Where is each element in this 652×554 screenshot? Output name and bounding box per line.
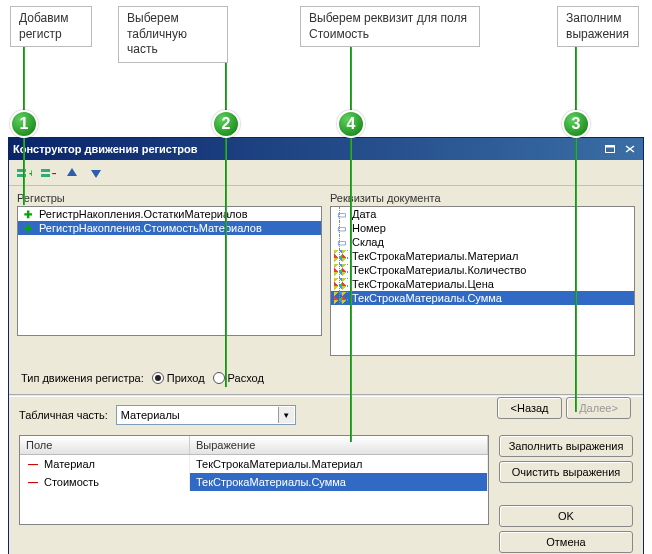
grid-expr: ТекСтрокаМатериалы.Сумма [196,476,346,488]
plus-register-icon: ✚ [21,222,35,234]
clear-expressions-button[interactable]: Очистить выражения [499,461,633,483]
register-item-label: РегистрНакопления.ОстаткиМатериалов [39,208,248,220]
requisite-item-label: ТекСтрокаМатериалы.Сумма [352,292,502,304]
multi-field-icon [334,264,348,276]
svg-rect-7 [41,169,50,172]
tabular-combo[interactable]: Материалы ▼ [116,405,296,425]
badge-2: 2 [212,110,240,138]
move-up-icon[interactable] [63,164,81,182]
ok-label: OK [558,510,574,522]
radio-expense[interactable]: Расход [213,372,264,384]
callout-line-3 [575,42,577,412]
requisite-item[interactable]: ▭Дата [331,207,634,221]
move-down-icon[interactable] [87,164,105,182]
back-button[interactable]: <Назад [497,397,562,419]
svg-text:−: − [52,168,56,179]
movement-type-label: Тип движения регистра: [21,372,144,384]
requisite-item-label: ТекСтрокаМатериалы.Количество [352,264,526,276]
callout-line-4 [350,42,352,442]
multi-field-icon [334,278,348,290]
toolbar: + − [9,160,643,186]
titlebar: Конструктор движения регистров [9,138,643,160]
field-icon: ▭ [334,208,348,220]
close-button[interactable] [621,141,639,157]
minus-icon: — [26,458,40,470]
fill-label: Заполнить выражения [509,440,624,452]
multi-field-icon [334,250,348,262]
back-button-label: <Назад [511,402,549,414]
radio-icon [213,372,225,384]
register-item[interactable]: ✚ РегистрНакопления.СтоимостьМатериалов [18,221,321,235]
requisite-item-label: Дата [352,208,376,220]
radio-income[interactable]: Приход [152,372,205,384]
maximize-button[interactable] [601,141,619,157]
clear-label: Очистить выражения [512,466,621,478]
window-title: Конструктор движения регистров [13,143,198,155]
close-icon [625,145,635,153]
minus-icon: — [26,476,40,488]
expression-grid[interactable]: Поле Выражение —Материал ТекСтрокаМатери… [19,435,489,525]
requisite-item[interactable]: ТекСтрокаМатериалы.Цена [331,277,634,291]
cancel-label: Отмена [546,536,585,548]
registers-panel: Регистры ✚ РегистрНакопления.ОстаткиМате… [17,190,322,356]
field-icon: ▭ [334,222,348,234]
radio-icon [152,372,164,384]
fill-expressions-button[interactable]: Заполнить выражения [499,435,633,457]
requisite-item[interactable]: ▭Номер [331,221,634,235]
requisites-label: Реквизиты документа [330,190,635,206]
register-item[interactable]: ✚ РегистрНакопления.ОстаткиМатериалов [18,207,321,221]
grid-row[interactable]: —Материал ТекСтрокаМатериалы.Материал [20,455,488,473]
svg-text:+: + [29,168,32,179]
callout-2: Выберемтабличную часть [118,6,228,63]
callout-4: Выберем реквизит для поляСтоимость [300,6,480,47]
movement-type-row: Тип движения регистра: Приход Расход [9,364,643,392]
register-item-label: РегистрНакопления.СтоимостьМатериалов [39,222,262,234]
requisites-list[interactable]: ▭Дата ▭Номер ▭Склад ТекСтрокаМатериалы.М… [330,206,635,356]
callout-3: Заполнимвыражения [557,6,639,47]
svg-rect-8 [41,174,50,177]
callout-line-2 [225,42,227,387]
requisite-item[interactable]: ТекСтрокаМатериалы.Количество [331,263,634,277]
badge-4: 4 [337,110,365,138]
ok-button[interactable]: OK [499,505,633,527]
chevron-down-icon[interactable]: ▼ [278,407,294,423]
grid-field: Материал [44,458,95,470]
requisite-item-label: Склад [352,236,384,248]
requisite-item-label: Номер [352,222,386,234]
requisite-item[interactable]: ТекСтрокаМатериалы.Материал [331,249,634,263]
svg-marker-11 [91,170,101,178]
multi-field-icon [334,292,348,304]
badge-1: 1 [10,110,38,138]
registers-list[interactable]: ✚ РегистрНакопления.ОстаткиМатериалов ✚ … [17,206,322,336]
plus-register-icon: ✚ [21,208,35,220]
grid-field: Стоимость [44,476,99,488]
requisite-item-label: ТекСтрокаМатериалы.Материал [352,250,518,262]
maximize-icon [605,145,615,153]
col-expression[interactable]: Выражение [190,436,488,454]
col-field[interactable]: Поле [20,436,190,454]
radio-income-label: Приход [167,372,205,384]
svg-marker-10 [67,168,77,176]
radio-expense-label: Расход [228,372,264,384]
tabular-value: Материалы [121,409,180,421]
cancel-button[interactable]: Отмена [499,531,633,553]
svg-rect-1 [606,146,615,148]
next-button-label: Далее> [579,402,618,414]
grid-expr: ТекСтрокаМатериалы.Материал [196,458,362,470]
callout-1: Добавимрегистр [10,6,92,47]
tabular-label: Табличная часть: [19,409,108,421]
requisites-panel: Реквизиты документа ▭Дата ▭Номер ▭Склад … [330,190,635,356]
field-icon: ▭ [334,236,348,248]
grid-header: Поле Выражение [20,436,488,455]
requisite-item-label: ТекСтрокаМатериалы.Цена [352,278,494,290]
badge-3: 3 [562,110,590,138]
grid-row[interactable]: —Стоимость ТекСтрокаМатериалы.Сумма [20,473,488,491]
remove-row-icon[interactable]: − [39,164,57,182]
requisite-item[interactable]: ТекСтрокаМатериалы.Сумма [331,291,634,305]
requisite-item[interactable]: ▭Склад [331,235,634,249]
registers-label: Регистры [17,190,322,206]
dialog-window: Конструктор движения регистров + − Регис… [8,137,644,554]
